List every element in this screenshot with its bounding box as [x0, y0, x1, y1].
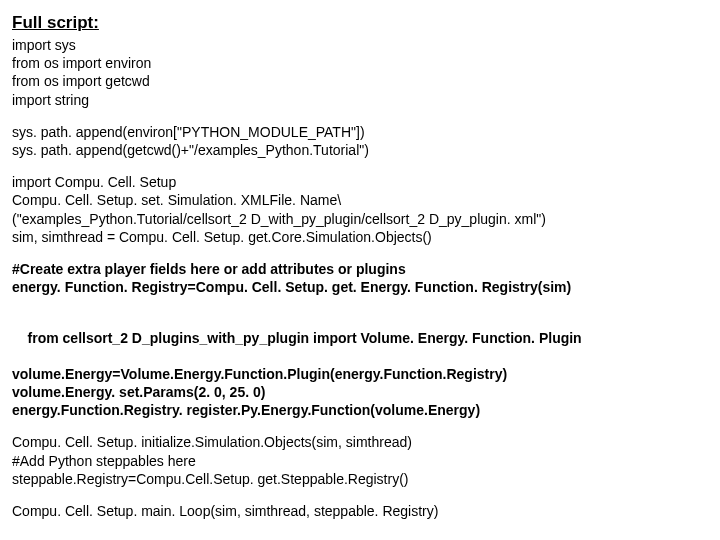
code-line: sys. path. append(environ["PYTHON_MODULE… [12, 123, 708, 141]
code-block-5: from cellsort_2 D_plugins_with_py_plugin… [12, 310, 708, 419]
code-line: Compu. Cell. Setup. initialize.Simulatio… [12, 433, 708, 451]
code-line: volume.Energy=Volume.Energy.Function.Plu… [12, 365, 708, 383]
code-line: #Add Python steppables here [12, 452, 708, 470]
code-line: ("examples_Python.Tutorial/cellsort_2 D_… [12, 210, 708, 228]
class-name: Volume. Energy. Function. Plugin [361, 330, 582, 346]
code-block-7: Compu. Cell. Setup. main. Loop(sim, simt… [12, 502, 708, 520]
code-line: steppable.Registry=Compu.Cell.Setup. get… [12, 470, 708, 488]
code-line: #Create extra player fields here or add … [12, 260, 708, 278]
from-keyword: from [28, 330, 63, 346]
code-line: sys. path. append(getcwd()+"/examples_Py… [12, 141, 708, 159]
code-line: energy. Function. Registry=Compu. Cell. … [12, 278, 708, 296]
import-keyword: import [313, 330, 360, 346]
code-line: Compu. Cell. Setup. main. Loop(sim, simt… [12, 502, 708, 520]
code-line: energy.Function.Registry. register.Py.En… [12, 401, 708, 419]
module-name: cellsort_2 D_plugins_with_py_plugin [63, 330, 314, 346]
code-line: import string [12, 91, 708, 109]
section-heading: Full script: [12, 12, 708, 34]
code-line: from cellsort_2 D_plugins_with_py_plugin… [12, 310, 708, 365]
code-line: from os import getcwd [12, 72, 708, 90]
code-line: import sys [12, 36, 708, 54]
code-line: Compu. Cell. Setup. set. Simulation. XML… [12, 191, 708, 209]
code-line: sim, simthread = Compu. Cell. Setup. get… [12, 228, 708, 246]
code-block-6: Compu. Cell. Setup. initialize.Simulatio… [12, 433, 708, 488]
code-line: from os import environ [12, 54, 708, 72]
code-block-3: import Compu. Cell. Setup Compu. Cell. S… [12, 173, 708, 246]
code-block-2: sys. path. append(environ["PYTHON_MODULE… [12, 123, 708, 159]
code-block-4: #Create extra player fields here or add … [12, 260, 708, 296]
code-line: volume.Energy. set.Params(2. 0, 25. 0) [12, 383, 708, 401]
code-line: import Compu. Cell. Setup [12, 173, 708, 191]
code-block-1: import sys from os import environ from o… [12, 36, 708, 109]
